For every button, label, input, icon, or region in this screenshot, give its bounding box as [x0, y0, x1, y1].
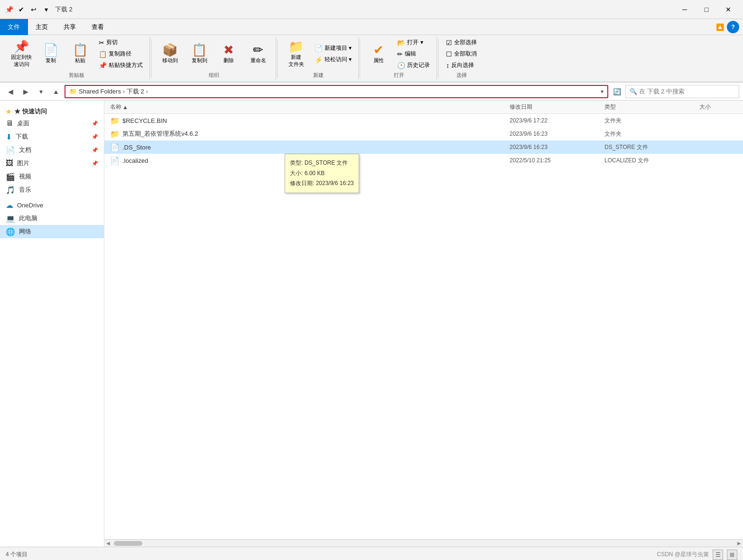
scrollbar-right-button[interactable]: ▶: [735, 540, 743, 547]
file-date: 2022/5/10 21:25: [510, 157, 604, 164]
select-content: ☑ 全部选择 ☐ 全部取消 ↕ 反向选择: [443, 37, 480, 71]
copy-to-button[interactable]: 📋 复制到: [186, 38, 213, 70]
sidebar-item-downloads[interactable]: ⬇ 下载 📌: [0, 130, 104, 143]
sidebar-item-this-pc[interactable]: 💻 此电脑: [0, 212, 104, 225]
pin-to-quick-access-button[interactable]: 📌 固定到快速访问: [8, 38, 35, 70]
tab-file[interactable]: 文件: [0, 19, 28, 35]
new-folder-button[interactable]: 📁 新建文件夹: [282, 38, 310, 70]
tab-share[interactable]: 共享: [56, 19, 84, 35]
address-bar[interactable]: 📁 Shared Folders › 下载 2 › ▾: [65, 85, 608, 98]
select-all-label: 全部选择: [454, 38, 477, 47]
dropdown-icon[interactable]: ▾: [41, 4, 51, 15]
history-icon: 🕐: [397, 62, 405, 69]
invert-icon: ↕: [446, 62, 449, 69]
sidebar-item-music[interactable]: 🎵 音乐: [0, 183, 104, 196]
cut-button[interactable]: ✂ 剪切: [96, 37, 146, 48]
new-content: 📁 新建文件夹 📄 新建项目 ▾ ⚡ 轻松访问 ▾: [282, 37, 354, 71]
edit-button[interactable]: ✏ 编辑: [394, 48, 433, 59]
documents-icon: 📄: [6, 146, 15, 155]
move-label: 移动到: [162, 57, 178, 64]
address-dropdown-icon[interactable]: ▾: [601, 88, 604, 95]
col-header-type[interactable]: 类型: [604, 103, 699, 111]
easy-access-button[interactable]: ⚡ 轻松访问 ▾: [312, 54, 354, 65]
search-input[interactable]: [639, 88, 735, 95]
horizontal-scrollbar[interactable]: ◀ ▶: [104, 539, 743, 547]
collapse-ribbon-icon[interactable]: 🔼: [715, 22, 725, 32]
forward-button[interactable]: ▶: [19, 85, 32, 98]
new-folder-label: 新建文件夹: [288, 54, 304, 68]
save-icon[interactable]: ✔: [16, 4, 27, 15]
tab-view[interactable]: 查看: [84, 19, 112, 35]
tooltip-line1: 类型: DS_STORE 文件: [290, 158, 354, 168]
sidebar-item-videos[interactable]: 🎬 视频: [0, 170, 104, 183]
file-name: $RECYCLE.BIN: [122, 117, 510, 124]
minimize-button[interactable]: ─: [674, 0, 696, 19]
invert-label: 反向选择: [451, 61, 474, 69]
table-row[interactable]: 📁 $RECYCLE.BIN 2023/9/6 17:22 文件夹: [104, 114, 743, 127]
select-none-button[interactable]: ☐ 全部取消: [443, 48, 480, 59]
sidebar-item-pictures[interactable]: 🖼 图片 📌: [0, 157, 104, 170]
history-button[interactable]: 🕐 历史记录: [394, 60, 433, 71]
desktop-pin-icon: 📌: [92, 121, 98, 127]
new-folder-icon: 📁: [288, 40, 304, 53]
col-header-name[interactable]: 名称 ▲: [110, 103, 510, 111]
new-label: 新建: [313, 72, 324, 80]
view-grid-button[interactable]: ⊞: [727, 550, 737, 560]
open-content: ✔ 属性 📂 打开 ▾ ✏ 编辑 🕐 历史记录: [365, 37, 433, 71]
file-type: DS_STORE 文件: [604, 143, 699, 151]
invert-selection-button[interactable]: ↕ 反向选择: [443, 60, 480, 71]
back-button[interactable]: ◀: [4, 85, 17, 98]
videos-icon: 🎬: [6, 172, 15, 181]
folder-icon: 📁: [110, 130, 120, 139]
copy-button[interactable]: 📄 复制: [37, 38, 65, 70]
address-path-shared: Shared Folders: [79, 88, 121, 95]
close-button[interactable]: ✕: [717, 0, 739, 19]
address-path-download: 下载 2: [127, 87, 144, 96]
undo-icon[interactable]: ↩: [28, 4, 39, 15]
status-bar: 4 个项目 CSDN @星球弓虫篝 ☰ ⊞: [0, 547, 743, 560]
ribbon-group-clipboard: 📌 固定到快速访问 📄 复制 📋 粘贴 ✂ 剪切 📋 复制路径: [4, 37, 150, 80]
refresh-button[interactable]: 🔄: [610, 85, 623, 98]
sidebar-item-desktop[interactable]: 🖥 桌面 📌: [0, 117, 104, 130]
search-bar[interactable]: 🔍: [625, 85, 739, 98]
tab-home[interactable]: 主页: [28, 19, 56, 35]
sidebar-item-documents[interactable]: 📄 文档 📌: [0, 143, 104, 157]
open-button[interactable]: 📂 打开 ▾: [394, 37, 433, 48]
new-item-icon: 📄: [315, 45, 323, 52]
col-header-size[interactable]: 大小: [699, 103, 737, 111]
help-button[interactable]: ?: [727, 21, 739, 33]
desktop-label: 桌面: [17, 119, 29, 128]
delete-button[interactable]: ✖ 删除: [215, 38, 242, 70]
sidebar-item-onedrive[interactable]: ☁ OneDrive: [0, 198, 104, 212]
properties-label: 属性: [373, 57, 384, 64]
maximize-button[interactable]: □: [696, 0, 717, 19]
item-count: 4 个项目: [6, 551, 28, 559]
copy-icon: 📄: [43, 44, 58, 56]
copy-path-button[interactable]: 📋 复制路径: [96, 48, 146, 59]
rename-button[interactable]: ✏ 重命名: [244, 38, 272, 70]
new-item-button[interactable]: 📄 新建项目 ▾: [312, 43, 354, 54]
table-row[interactable]: 📁 第五期_若依管理系统v4.6.2 2023/9/6 16:23 文件夹: [104, 127, 743, 140]
table-row[interactable]: 📄 .DS_Store 2023/9/6 16:23 DS_STORE 文件 类…: [104, 140, 743, 154]
table-row[interactable]: 📄 .localized 2022/5/10 21:25 LOCALIZED 文…: [104, 154, 743, 167]
open-label: 打开 ▾: [407, 38, 423, 47]
file-icon: 📄: [110, 156, 120, 165]
select-all-button[interactable]: ☑ 全部选择: [443, 37, 480, 48]
recent-button[interactable]: ▾: [34, 85, 47, 98]
paste-button[interactable]: 📋 粘贴: [66, 38, 94, 70]
view-list-button[interactable]: ☰: [713, 550, 723, 560]
pin-icon: 📌: [14, 40, 29, 53]
properties-button[interactable]: ✔ 属性: [365, 38, 392, 70]
scrollbar-thumb[interactable]: [114, 541, 142, 546]
col-header-date[interactable]: 修改日期: [510, 103, 604, 111]
move-to-button[interactable]: 📦 移动到: [156, 38, 184, 70]
quick-access-icon[interactable]: 📌: [4, 4, 14, 15]
scrollbar-left-button[interactable]: ◀: [104, 540, 112, 547]
paste-shortcut-button[interactable]: 📌 粘贴快捷方式: [96, 60, 146, 71]
main-content: ★ ★ 快速访问 🖥 桌面 📌 ⬇ 下载 📌 📄 文档 📌 🖼 图片: [0, 101, 743, 547]
sidebar-item-network[interactable]: 🌐 网络: [0, 225, 104, 238]
select-all-icon: ☑: [446, 39, 452, 47]
up-button[interactable]: ▲: [49, 85, 63, 98]
file-type: 文件夹: [604, 130, 699, 138]
pictures-pin-icon: 📌: [92, 160, 98, 167]
